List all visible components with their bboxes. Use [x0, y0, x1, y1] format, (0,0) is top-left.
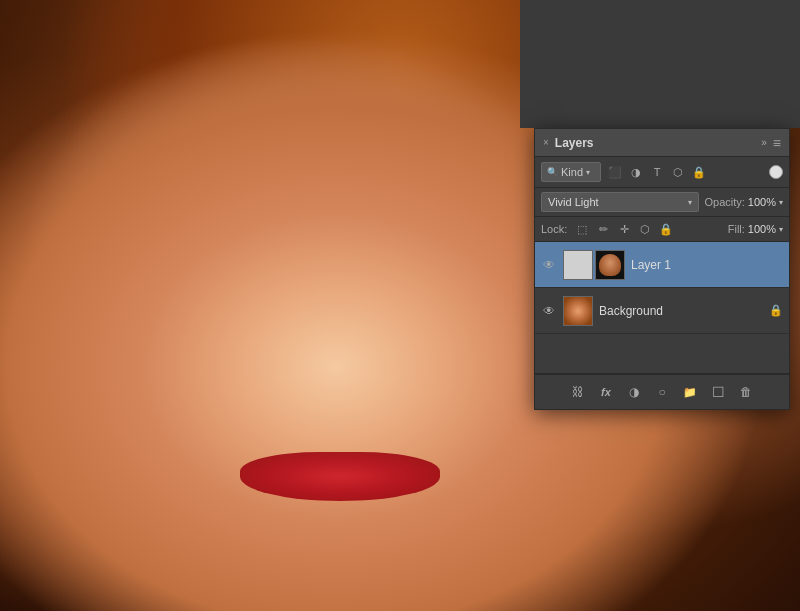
opacity-value[interactable]: 100%	[748, 196, 776, 208]
fill-label: Fill:	[728, 223, 745, 235]
layer1-visibility-icon[interactable]: 👁	[541, 257, 557, 273]
group-button[interactable]: 📁	[680, 382, 700, 402]
layers-list: 👁 Layer 1 👁 Background 🔒	[535, 242, 789, 334]
layers-panel: × Layers » ≡ 🔍 Kind ▾ ⬛ ◑ T ⬡ 🔒 Vivid Li…	[534, 128, 790, 410]
panel-header-left: × Layers	[543, 136, 594, 150]
collapse-icon[interactable]: »	[761, 137, 767, 148]
adjustment-layer-button[interactable]: ◑	[624, 382, 644, 402]
lock-all-icon[interactable]: 🔒	[658, 221, 674, 237]
layer1-thumb	[563, 250, 593, 280]
top-right-edge	[520, 0, 800, 128]
fill-value[interactable]: 100%	[748, 223, 776, 235]
blend-mode-dropdown[interactable]: Vivid Light ▾	[541, 192, 699, 212]
filter-icons: ⬛ ◑ T ⬡ 🔒	[607, 164, 707, 180]
background-lock-icon: 🔒	[769, 304, 783, 317]
background-visibility-icon[interactable]: 👁	[541, 303, 557, 319]
background-name: Background	[599, 304, 763, 318]
lock-icons: ⬚ ✏ ✛ ⬡ 🔒	[574, 221, 674, 237]
layer1-thumbnails	[563, 250, 625, 280]
link-icon[interactable]: ⛓	[568, 382, 588, 402]
background-thumbnails	[563, 296, 593, 326]
blend-chevron-icon: ▾	[688, 198, 692, 207]
search-icon: 🔍	[547, 167, 558, 177]
layer1-mask-thumb	[595, 250, 625, 280]
filter-row: 🔍 Kind ▾ ⬛ ◑ T ⬡ 🔒	[535, 157, 789, 188]
panel-header: × Layers » ≡	[535, 129, 789, 157]
blend-mode-label: Vivid Light	[548, 196, 685, 208]
blend-mode-row: Vivid Light ▾ Opacity: 100% ▾	[535, 188, 789, 217]
kind-chevron-icon: ▾	[586, 168, 590, 177]
lock-transparency-icon[interactable]: ⬚	[574, 221, 590, 237]
table-row[interactable]: 👁 Background 🔒	[535, 288, 789, 334]
smart-filter-icon[interactable]: 🔒	[691, 164, 707, 180]
delete-button[interactable]: 🗑	[736, 382, 756, 402]
background-thumb	[563, 296, 593, 326]
panel-title: Layers	[555, 136, 594, 150]
fill-chevron-icon: ▾	[779, 225, 783, 234]
filter-toggle[interactable]	[769, 165, 783, 179]
table-row[interactable]: 👁 Layer 1	[535, 242, 789, 288]
layers-spacer	[535, 334, 789, 374]
pixel-filter-icon[interactable]: ⬛	[607, 164, 623, 180]
opacity-chevron-icon: ▾	[779, 198, 783, 207]
panel-footer: ⛓ fx ◑ ○ 📁 ☐ 🗑	[535, 374, 789, 409]
type-filter-icon[interactable]: T	[649, 164, 665, 180]
mask-button[interactable]: ○	[652, 382, 672, 402]
opacity-section: Opacity: 100% ▾	[705, 196, 784, 208]
opacity-label: Opacity:	[705, 196, 745, 208]
new-layer-button[interactable]: ☐	[708, 382, 728, 402]
kind-dropdown[interactable]: 🔍 Kind ▾	[541, 162, 601, 182]
shape-filter-icon[interactable]: ⬡	[670, 164, 686, 180]
lock-row: Lock: ⬚ ✏ ✛ ⬡ 🔒 Fill: 100% ▾	[535, 217, 789, 242]
panel-menu-icon[interactable]: ≡	[773, 135, 781, 151]
layer1-name: Layer 1	[631, 258, 783, 272]
lock-artboard-icon[interactable]: ⬡	[637, 221, 653, 237]
lock-label: Lock:	[541, 223, 567, 235]
panel-close-icon[interactable]: ×	[543, 137, 549, 148]
kind-label: Kind	[561, 166, 583, 178]
fill-section: Fill: 100% ▾	[728, 223, 783, 235]
lips-area	[240, 452, 440, 501]
lock-brush-icon[interactable]: ✏	[595, 221, 611, 237]
lock-move-icon[interactable]: ✛	[616, 221, 632, 237]
fx-button[interactable]: fx	[596, 382, 616, 402]
adjustment-filter-icon[interactable]: ◑	[628, 164, 644, 180]
mask-face	[599, 254, 621, 276]
